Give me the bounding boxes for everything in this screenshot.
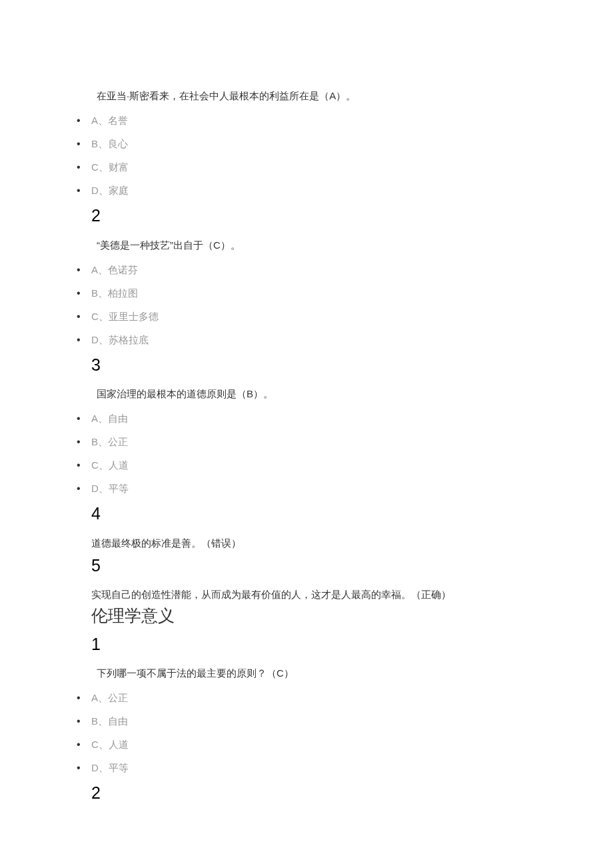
option-letter: B、 xyxy=(91,436,108,447)
question-text: 下列哪一项不属于法的最主要的原则？（C） xyxy=(77,664,536,682)
option-item: A、公正 xyxy=(77,689,536,707)
option-item: A、名誉 xyxy=(77,111,536,129)
option-letter: A、 xyxy=(91,413,108,424)
option-text: 人道 xyxy=(109,459,129,471)
option-text: 色诺芬 xyxy=(108,264,138,275)
option-text: 亚里士多德 xyxy=(109,311,159,322)
option-letter: A、 xyxy=(91,692,108,703)
section-title: 伦理学意义 xyxy=(91,605,536,627)
option-text: 公正 xyxy=(108,436,128,447)
option-letter: A、 xyxy=(91,264,108,275)
question-number: 3 xyxy=(91,354,536,376)
option-letter: C、 xyxy=(91,459,109,471)
option-list: A、自由B、公正C、人道D、平等 xyxy=(77,409,536,497)
statement-text: 实现自己的创造性潜能，从而成为最有价值的人，这才是人最高的幸福。（正确） xyxy=(91,585,536,603)
question-text: “美德是一种技艺”出自于（C）。 xyxy=(77,236,536,254)
option-letter: B、 xyxy=(91,287,108,299)
option-letter: D、 xyxy=(91,762,109,773)
option-letter: B、 xyxy=(91,138,108,149)
option-text: 平等 xyxy=(109,483,129,494)
option-text: 柏拉图 xyxy=(108,287,138,299)
option-letter: D、 xyxy=(91,185,109,196)
option-item: C、财富 xyxy=(77,158,536,176)
question-number: 1 xyxy=(91,633,536,655)
option-letter: D、 xyxy=(91,334,109,345)
option-text: 良心 xyxy=(108,138,128,149)
option-item: A、自由 xyxy=(77,409,536,427)
option-text: 财富 xyxy=(109,161,129,173)
option-text: 名誉 xyxy=(108,115,128,126)
option-letter: C、 xyxy=(91,311,109,322)
option-text: 平等 xyxy=(109,762,129,773)
option-item: A、色诺芬 xyxy=(77,261,536,279)
option-text: 自由 xyxy=(108,715,128,727)
option-letter: D、 xyxy=(91,483,109,494)
option-item: C、人道 xyxy=(77,735,536,753)
option-item: D、平等 xyxy=(77,759,536,777)
option-item: B、柏拉图 xyxy=(77,284,536,302)
option-text: 家庭 xyxy=(109,185,129,196)
option-item: D、家庭 xyxy=(77,181,536,199)
option-item: D、苏格拉底 xyxy=(77,331,536,349)
option-list: A、色诺芬B、柏拉图C、亚里士多德D、苏格拉底 xyxy=(77,261,536,349)
option-item: B、良心 xyxy=(77,135,536,153)
option-list: A、公正B、自由C、人道D、平等 xyxy=(77,689,536,777)
option-item: B、自由 xyxy=(77,712,536,730)
question-text: 国家治理的最根本的道德原则是（B）。 xyxy=(77,385,536,403)
option-item: B、公正 xyxy=(77,433,536,451)
statement-text: 道德最终极的标准是善。（错误） xyxy=(91,534,536,552)
option-text: 自由 xyxy=(108,413,128,424)
option-letter: C、 xyxy=(91,739,109,750)
option-letter: B、 xyxy=(91,715,108,727)
option-item: D、平等 xyxy=(77,479,536,497)
option-item: C、人道 xyxy=(77,456,536,474)
option-text: 苏格拉底 xyxy=(109,334,149,345)
question-number: 4 xyxy=(91,503,536,525)
option-item: C、亚里士多德 xyxy=(77,307,536,325)
option-text: 公正 xyxy=(108,692,128,703)
option-letter: A、 xyxy=(91,115,108,126)
question-number: 2 xyxy=(91,205,536,227)
question-number: 2 xyxy=(91,782,536,804)
option-letter: C、 xyxy=(91,161,109,173)
option-list: A、名誉B、良心C、财富D、家庭 xyxy=(77,111,536,199)
option-text: 人道 xyxy=(109,739,129,750)
question-text: 在亚当·斯密看来，在社会中人最根本的利益所在是（A）。 xyxy=(77,87,536,105)
question-number: 5 xyxy=(91,555,536,577)
document-body: 在亚当·斯密看来，在社会中人最根本的利益所在是（A）。A、名誉B、良心C、财富D… xyxy=(77,87,536,804)
